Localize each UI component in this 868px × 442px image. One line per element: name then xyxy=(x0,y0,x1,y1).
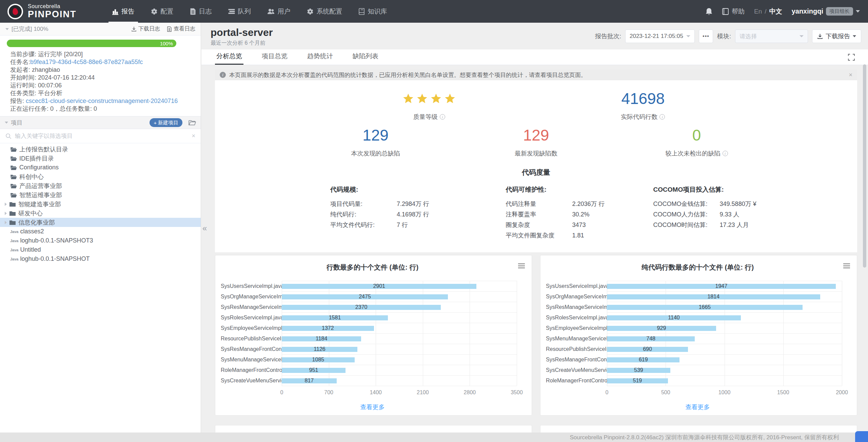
stat-label: 本次发现的总缺陷 xyxy=(295,149,456,157)
open-folder-button[interactable] xyxy=(189,120,196,126)
axis-tick-label: 2100 xyxy=(417,390,429,396)
chart-bar: 1581 xyxy=(282,315,388,320)
tree-item-label: 研发中心 xyxy=(18,209,43,217)
nav-item-label: 配置 xyxy=(161,7,174,16)
nav-item-0[interactable]: 报告 xyxy=(104,0,143,23)
star-icon xyxy=(430,93,442,104)
sidebar-collapse-handle[interactable]: « xyxy=(202,224,207,233)
axis-tick-label: 2000 xyxy=(836,390,848,396)
queue-icon xyxy=(228,8,235,15)
chart-menu-icon[interactable] xyxy=(843,262,850,270)
analysis-overview-content: i 本页面展示的数据是本次分析覆盖的代码范围的统计数据，已应用分析相关黑白名单设… xyxy=(215,65,857,442)
lang-zh[interactable]: 中文 xyxy=(769,7,782,16)
lang-en[interactable]: En xyxy=(754,8,762,15)
tree-item[interactable]: 智慧运维事业部 xyxy=(0,190,201,199)
task-field-value[interactable]: cscec81-cloud-service-constructmanagemen… xyxy=(26,98,178,104)
chart-band: 1126 xyxy=(282,344,517,354)
actual-loc-stat: 41698 实际代码行数 i xyxy=(536,89,750,121)
fullscreen-icon[interactable] xyxy=(848,54,855,61)
nav-item-5[interactable]: 系统配置 xyxy=(299,0,351,23)
stat-label: 最新发现缺陷数 xyxy=(456,149,616,157)
tree-item[interactable]: 研发中心 xyxy=(0,209,201,218)
tree-item[interactable]: Javaclasses2 xyxy=(0,227,201,236)
language-toggle[interactable]: En / 中文 xyxy=(754,7,782,16)
caret-right-icon xyxy=(5,221,7,224)
batch-more-button[interactable]: ••• xyxy=(699,29,713,43)
chart-band: 539 xyxy=(607,365,842,375)
banner-close-icon[interactable]: × xyxy=(849,71,852,79)
star-icon xyxy=(402,93,414,104)
chart-bar: 1085 xyxy=(282,357,355,362)
nav-item-2[interactable]: 日志 xyxy=(182,0,220,23)
nav-item-6[interactable]: 知识库 xyxy=(351,0,395,23)
task-field: 运行时间: 00:07:06 xyxy=(10,82,196,89)
task-field: 当前步骤: 运行完毕 [20/20] xyxy=(10,50,196,58)
tree-item[interactable]: 智能建造事业部 xyxy=(0,199,201,209)
metric-row: COCOMO时间估算:17.23 人月 xyxy=(653,220,829,230)
quality-grade-stat: 质量等级 i xyxy=(322,89,536,121)
chart-bar: 951 xyxy=(282,368,346,373)
tree-item[interactable]: 信息化事业部 xyxy=(0,218,201,227)
java-icon: Java xyxy=(10,257,18,261)
info-icon[interactable]: i xyxy=(440,114,445,120)
chart-x-axis: 07001400210028003500 xyxy=(282,386,517,398)
user-menu[interactable]: yanxingqi 项目组长 xyxy=(792,7,860,16)
chart-bar: 2475 xyxy=(282,294,448,299)
tab-2[interactable]: 趋势统计 xyxy=(306,52,334,65)
report-batch-select[interactable]: 2023-12-21 17:05:05 xyxy=(625,29,695,43)
tree-item[interactable]: Javaloghub-0.0.1-SNAPSHOT xyxy=(0,254,201,264)
tree-item[interactable]: 上传报告默认目录 xyxy=(0,145,201,154)
nav-item-3[interactable]: 队列 xyxy=(220,0,259,23)
progress-label: 100% xyxy=(160,41,173,46)
tabs-strip: 分析总览项目总览趋势统计缺陷列表 xyxy=(201,49,868,65)
chart-plot: SysUsersServiceImpl.javaSysOrgManageServ… xyxy=(546,281,849,386)
chart-category-labels: SysUsersServiceImpl.javaSysOrgManageServ… xyxy=(546,281,607,386)
download-log-button[interactable]: 下载日志 xyxy=(131,25,160,33)
tab-3[interactable]: 缺陷列表 xyxy=(351,52,380,65)
brand-logo[interactable]: Sourcebrella PINPOINT xyxy=(7,4,77,19)
task-field-value[interactable]: b9fea179-436d-4c58-88e6-87e827aa55fc xyxy=(30,59,143,65)
axis-tick-label: 3500 xyxy=(511,390,523,396)
view-log-button[interactable]: 查看日志 xyxy=(167,25,195,33)
chart-bar: 748 xyxy=(607,336,695,341)
tree-item[interactable]: IDE插件目录 xyxy=(0,154,201,163)
metric-label: COCOMO金钱估算: xyxy=(653,199,720,209)
info-icon[interactable]: i xyxy=(723,151,728,156)
chart-category-label: SysOrgManageServiceImpl.j... xyxy=(546,291,607,302)
chart-bar-value: 1581 xyxy=(329,315,341,321)
stat-value: 129 xyxy=(295,126,456,145)
download-report-button[interactable]: 下载报告 xyxy=(812,29,861,43)
tree-item[interactable]: 科创中心 xyxy=(0,172,201,181)
project-search-input[interactable] xyxy=(15,133,188,140)
tree-item[interactable]: Javaloghub-0.0.1-SNAPSHOT3 xyxy=(0,236,201,245)
projects-section-header[interactable]: 项目 + 新建项目 xyxy=(0,116,201,129)
info-icon[interactable]: i xyxy=(659,114,665,120)
view-more-link[interactable]: 查看更多 xyxy=(546,403,849,411)
module-select[interactable]: 请选择 xyxy=(735,29,808,43)
page-header: portal-server 最近一次分析 6 个月前 报告批次: 2023-12… xyxy=(201,23,868,49)
vertical-scrollbar[interactable] xyxy=(863,64,866,268)
metric-group-1: 代码可维护性:代码注释量2.2036万 行注释覆盖率30.2%圈复杂度3473平… xyxy=(506,185,653,241)
tree-item[interactable]: Configurations xyxy=(0,163,201,172)
task-panel-header[interactable]: [已完成] 100% 下载日志 查看日志 xyxy=(0,23,201,36)
chart-menu-icon[interactable] xyxy=(518,262,525,270)
clear-search-icon[interactable]: × xyxy=(192,132,195,140)
chart-bar: 519 xyxy=(607,378,668,383)
chart-bar: 2901 xyxy=(282,284,476,289)
tree-item[interactable]: 产品运营事业部 xyxy=(0,181,201,190)
stat-0: 129本次发现的总缺陷 xyxy=(295,126,456,157)
tree-item[interactable]: JavaUntitled xyxy=(0,245,201,254)
new-project-button[interactable]: + 新建项目 xyxy=(150,118,182,127)
nav-item-4[interactable]: 用户 xyxy=(259,0,299,23)
chart-bar: 690 xyxy=(607,347,688,352)
tab-0[interactable]: 分析总览 xyxy=(215,52,243,65)
help-link[interactable]: 帮助 xyxy=(722,7,745,16)
notification-bell-icon[interactable] xyxy=(705,7,713,16)
tab-1[interactable]: 项目总览 xyxy=(260,52,289,65)
floating-widget-button[interactable] xyxy=(855,431,868,442)
task-field: 任务类型: 平台分析 xyxy=(10,89,196,97)
product-name: PINPOINT xyxy=(28,10,77,19)
view-more-link[interactable]: 查看更多 xyxy=(221,403,524,411)
nav-item-1[interactable]: 配置 xyxy=(143,0,182,23)
task-field-value: 0，总任务数量: 0 xyxy=(50,105,97,112)
